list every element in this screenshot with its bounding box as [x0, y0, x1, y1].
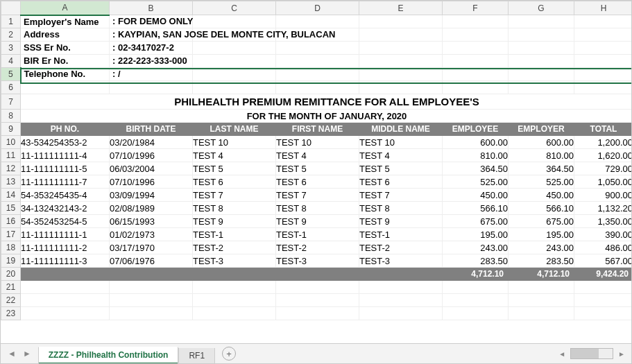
- row-header-3[interactable]: 3: [1, 42, 21, 55]
- scroll-left-icon[interactable]: ◄: [556, 350, 567, 358]
- row-header-15[interactable]: 15: [1, 202, 21, 215]
- cell[interactable]: [21, 307, 110, 320]
- cell[interactable]: [110, 268, 193, 281]
- row-header-2[interactable]: 2: [1, 28, 21, 42]
- row-header-10[interactable]: 10: [1, 136, 21, 149]
- cell[interactable]: [574, 28, 633, 42]
- cell[interactable]: [509, 307, 574, 320]
- cell-birthdate[interactable]: 06/15/1993: [110, 215, 193, 228]
- cell-employee[interactable]: 810.00: [443, 149, 509, 162]
- table-row[interactable]: 1711-111111111-101/02/1973TEST-1TEST-1TE…: [1, 228, 633, 241]
- row-header-9[interactable]: 9: [1, 123, 21, 136]
- col-header-A[interactable]: A: [21, 1, 110, 15]
- cell[interactable]: [110, 307, 193, 320]
- cell[interactable]: [509, 281, 574, 294]
- cell[interactable]: [574, 307, 633, 320]
- cell[interactable]: [359, 55, 443, 68]
- col-middle-name[interactable]: MIDDLE NAME: [359, 123, 443, 136]
- cell[interactable]: [359, 15, 443, 28]
- value-address[interactable]: : KAYPIAN, SAN JOSE DEL MONTE CITY, BULA…: [110, 28, 193, 42]
- row-header-19[interactable]: 19: [1, 254, 21, 268]
- label-telephone[interactable]: Telephone No.: [21, 68, 110, 81]
- row-header-16[interactable]: 16: [1, 215, 21, 228]
- cell[interactable]: [193, 268, 276, 281]
- cell-ph[interactable]: 11-111111111-1: [21, 228, 110, 241]
- col-total[interactable]: TOTAL: [574, 123, 633, 136]
- row-header-21[interactable]: 21: [1, 281, 21, 294]
- cell-total[interactable]: 1,620.00: [574, 149, 633, 162]
- cell-firstname[interactable]: TEST 9: [276, 215, 359, 228]
- cell-employer[interactable]: 243.00: [509, 241, 574, 254]
- cell-employer[interactable]: 810.00: [509, 149, 574, 162]
- row-header-6[interactable]: 6: [1, 81, 21, 94]
- tab-nav-next-icon[interactable]: ►: [23, 349, 31, 358]
- scroll-track[interactable]: [570, 348, 613, 359]
- cell-firstname[interactable]: TEST-2: [276, 241, 359, 254]
- cell[interactable]: [509, 15, 574, 28]
- cell-ph[interactable]: 54-353245435-4: [21, 189, 110, 202]
- cell-total[interactable]: 1,132.20: [574, 202, 633, 215]
- spreadsheet-grid[interactable]: A B C D E F G H 1 Employer's Name : FOR …: [1, 1, 632, 320]
- row-header-20[interactable]: 20: [1, 268, 21, 281]
- row-7-title[interactable]: 7 PHILHEALTH PREMIUM REMITTANCE FOR ALL …: [1, 94, 633, 110]
- cell-employer[interactable]: 195.00: [509, 228, 574, 241]
- cell[interactable]: [359, 81, 443, 94]
- value-employer-name[interactable]: : FOR DEMO ONLY: [110, 15, 193, 28]
- cell[interactable]: [193, 81, 276, 94]
- cell[interactable]: [509, 81, 574, 94]
- cell-total[interactable]: 390.00: [574, 228, 633, 241]
- add-sheet-button[interactable]: +: [222, 347, 236, 361]
- table-row[interactable]: 1043-534254353-203/20/1984TEST 10TEST 10…: [1, 136, 633, 149]
- row-header-11[interactable]: 11: [1, 149, 21, 162]
- col-employee[interactable]: EMPLOYEE: [443, 123, 509, 136]
- cell-employer[interactable]: 364.50: [509, 162, 574, 175]
- row-header-17[interactable]: 17: [1, 228, 21, 241]
- cell[interactable]: [276, 28, 359, 42]
- cell[interactable]: [276, 294, 359, 307]
- cell[interactable]: [276, 68, 359, 81]
- cell-middlename[interactable]: TEST 5: [359, 162, 443, 175]
- cell-employer[interactable]: 675.00: [509, 215, 574, 228]
- row-23[interactable]: 23: [1, 307, 633, 320]
- row-6[interactable]: 6: [1, 81, 633, 94]
- cell-birthdate[interactable]: 07/10/1996: [110, 149, 193, 162]
- tab-rf1[interactable]: RF1: [178, 348, 215, 364]
- table-row[interactable]: 1811-111111111-203/17/1970TEST-2TEST-2TE…: [1, 241, 633, 254]
- col-header-C[interactable]: C: [193, 1, 276, 15]
- cell[interactable]: [193, 28, 276, 42]
- cell[interactable]: [110, 81, 193, 94]
- cell[interactable]: [21, 268, 110, 281]
- total-employee[interactable]: 4,712.10: [443, 268, 509, 281]
- report-subtitle[interactable]: FOR THE MONTH OF JANUARY, 2020: [21, 110, 633, 123]
- cell[interactable]: [193, 281, 276, 294]
- row-header-12[interactable]: 12: [1, 162, 21, 175]
- cell[interactable]: [359, 68, 443, 81]
- cell[interactable]: [574, 81, 633, 94]
- cell[interactable]: [276, 55, 359, 68]
- cell-total[interactable]: 900.00: [574, 189, 633, 202]
- cell[interactable]: [193, 294, 276, 307]
- cell-firstname[interactable]: TEST 6: [276, 175, 359, 189]
- row-header-1[interactable]: 1: [1, 15, 21, 28]
- cell-middlename[interactable]: TEST 7: [359, 189, 443, 202]
- cell-employee[interactable]: 364.50: [443, 162, 509, 175]
- col-header-E[interactable]: E: [359, 1, 443, 15]
- cell-total[interactable]: 1,050.00: [574, 175, 633, 189]
- cell-birthdate[interactable]: 06/03/2004: [110, 162, 193, 175]
- cell-lastname[interactable]: TEST 4: [193, 149, 276, 162]
- cell[interactable]: [110, 294, 193, 307]
- cell-ph[interactable]: 34-132432143-2: [21, 202, 110, 215]
- row-1[interactable]: 1 Employer's Name : FOR DEMO ONLY: [1, 15, 633, 28]
- scroll-thumb[interactable]: [571, 349, 599, 358]
- cell[interactable]: [193, 55, 276, 68]
- cell-lastname[interactable]: TEST-3: [193, 254, 276, 268]
- row-2[interactable]: 2 Address : KAYPIAN, SAN JOSE DEL MONTE …: [1, 28, 633, 42]
- cell-ph[interactable]: 11-111111111-2: [21, 241, 110, 254]
- cell[interactable]: [443, 281, 509, 294]
- cell-lastname[interactable]: TEST-1: [193, 228, 276, 241]
- cell-ph[interactable]: 11-111111111-5: [21, 162, 110, 175]
- cell[interactable]: [574, 294, 633, 307]
- label-employer-name[interactable]: Employer's Name: [21, 15, 110, 28]
- cell-birthdate[interactable]: 03/09/1994: [110, 189, 193, 202]
- col-header-D[interactable]: D: [276, 1, 359, 15]
